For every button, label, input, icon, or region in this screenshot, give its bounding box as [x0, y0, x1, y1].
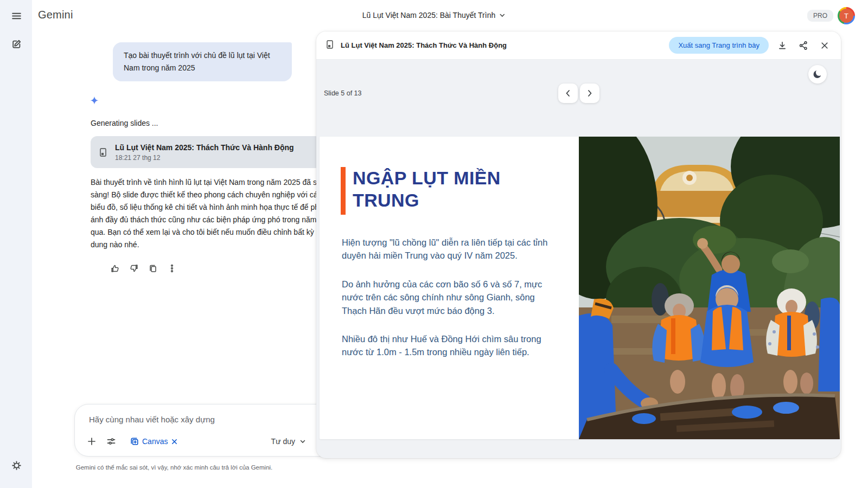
close-icon[interactable] — [817, 38, 832, 53]
conversation-title-dropdown[interactable]: Lũ Lụt Việt Nam 2025: Bài Thuyết Trình — [362, 11, 506, 20]
chat-panel: Tạo bài thuyết trình với chủ đề lũ lụt t… — [32, 0, 316, 488]
gemini-sparkle-icon — [88, 95, 100, 110]
copy-icon[interactable] — [146, 261, 160, 275]
avatar[interactable]: T — [838, 7, 855, 24]
avatar-letter: T — [839, 9, 853, 23]
share-icon[interactable] — [796, 38, 811, 53]
response-actions — [108, 261, 179, 275]
file-card-timestamp: 18:21 27 thg 12 — [115, 154, 294, 162]
plus-icon[interactable] — [84, 433, 100, 450]
prompt-input[interactable] — [89, 412, 323, 426]
chevron-left-icon — [564, 89, 572, 97]
left-rail — [0, 0, 32, 488]
canvas-header: Lũ Lụt Việt Nam 2025: Thách Thức Và Hành… — [316, 31, 841, 60]
dark-mode-toggle[interactable] — [808, 65, 827, 84]
slide-title: NGẬP LỤT MIỀN TRUNG — [353, 167, 532, 215]
canvas-frame-icon — [130, 437, 139, 446]
canvas-chip-label: Canvas — [142, 437, 168, 446]
new-chat-compose-icon[interactable] — [9, 36, 24, 52]
file-card-title: Lũ Lụt Việt Nam 2025: Thách Thức Và Hành… — [115, 143, 294, 152]
slide-paragraph: Hiện tượng "lũ chồng lũ" diễn ra liên ti… — [342, 236, 557, 262]
slide-body: Hiện tượng "lũ chồng lũ" diễn ra liên ti… — [342, 236, 557, 374]
previous-slide-button[interactable] — [558, 84, 578, 103]
hamburger-menu-icon[interactable] — [9, 8, 24, 23]
tune-sliders-icon[interactable] — [103, 433, 119, 450]
settings-gear-icon[interactable] — [9, 458, 24, 473]
slide-paragraph: Do ảnh hưởng của các cơn bão số 6 và số … — [342, 278, 557, 317]
chevron-down-icon — [499, 12, 506, 18]
pro-badge: PRO — [807, 10, 833, 22]
download-icon[interactable] — [775, 38, 790, 53]
slide-paragraph: Nhiều đô thị như Huế và Đồng Hới chìm sâ… — [342, 332, 557, 359]
mode-selector[interactable]: Tư duy — [268, 435, 309, 448]
canvas-panel: Lũ Lụt Việt Nam 2025: Thách Thức Và Hành… — [316, 31, 841, 458]
slide-photo-flood-rescue — [579, 137, 840, 439]
slide-accent-bar — [341, 167, 346, 215]
disclaimer-text: Gemini có thể mắc sai sót, vì vậy, nhớ x… — [32, 464, 316, 471]
model-response-text: Bài thuyết trình về tình hình lũ lụt tại… — [91, 176, 328, 251]
canvas-chip[interactable]: Canvas — [127, 434, 181, 448]
generated-file-card[interactable]: Lũ Lụt Việt Nam 2025: Thách Thức Và Hành… — [91, 136, 322, 168]
slide-card: NGẬP LỤT MIỀN TRUNG Hiện tượng "lũ chồng… — [320, 137, 840, 439]
next-slide-button[interactable] — [580, 84, 599, 103]
chevron-down-icon — [299, 438, 306, 445]
thumb-up-icon[interactable] — [108, 261, 122, 275]
document-icon — [325, 40, 335, 52]
chevron-right-icon — [586, 89, 593, 97]
user-message-bubble: Tạo bài thuyết trình với chủ đề lũ lụt t… — [113, 42, 292, 81]
moon-icon — [812, 69, 823, 80]
slide-counter: Slide 5 of 13 — [324, 89, 362, 97]
canvas-doc-title: Lũ Lụt Việt Nam 2025: Thách Thức Và Hành… — [341, 41, 507, 49]
document-icon — [98, 147, 108, 157]
close-icon[interactable] — [171, 438, 178, 445]
generating-status-text: Generating slides ... — [91, 119, 158, 127]
mode-label: Tư duy — [271, 437, 295, 446]
conversation-title: Lũ Lụt Việt Nam 2025: Bài Thuyết Trình — [362, 11, 495, 20]
export-to-slides-button[interactable]: Xuất sang Trang trình bày — [669, 37, 769, 54]
thumb-down-icon[interactable] — [127, 261, 141, 275]
composer: Canvas Tư duy — [74, 404, 338, 457]
more-options-icon[interactable] — [165, 261, 179, 275]
